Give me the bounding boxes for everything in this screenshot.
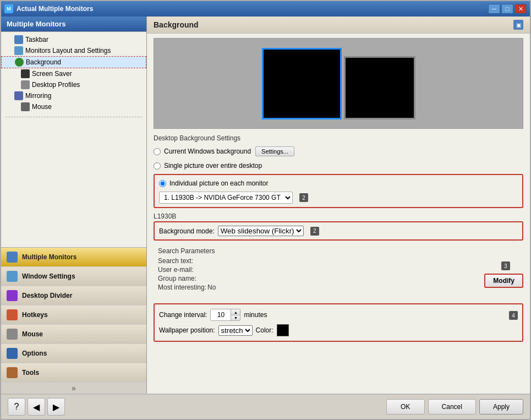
nav-mouse[interactable]: Mouse — [1, 325, 146, 344]
mode-label: Background mode: — [159, 227, 215, 235]
apply-button[interactable]: Apply — [479, 399, 523, 414]
main-window: M Actual Multiple Monitors ─ □ ✕ Multipl… — [0, 0, 531, 420]
nav-label-multiple-monitors: Multiple Monitors — [22, 253, 76, 261]
ok-button[interactable]: OK — [386, 399, 425, 414]
badge-3: 3 — [501, 261, 510, 270]
bottom-nav: Multiple Monitors Window Settings Deskto… — [1, 247, 146, 394]
individual-picture-box: Individual picture on each monitor 1. L1… — [154, 174, 523, 208]
badge-2b: 2 — [310, 227, 319, 236]
radio-row-single: Single picture over entire desktop — [154, 161, 523, 171]
change-interval-input[interactable] — [211, 309, 231, 320]
radio-individual-picture[interactable] — [159, 180, 166, 187]
window-title: Actual Multiple Monitors — [17, 5, 488, 13]
window-controls: ─ □ ✕ — [488, 4, 527, 14]
monitor-2-screen[interactable] — [344, 56, 415, 119]
nav-window-icon — [7, 271, 18, 282]
badge-2: 2 — [299, 193, 308, 202]
help-button[interactable]: ? — [8, 398, 25, 416]
radio-single-picture[interactable] — [154, 162, 161, 170]
close-button[interactable]: ✕ — [514, 4, 527, 14]
param-group-name: Group name: — [158, 275, 216, 282]
nav-tools[interactable]: Tools — [1, 363, 146, 383]
tree-item-background[interactable]: Background — [1, 56, 146, 68]
nav-label-options: Options — [22, 350, 47, 357]
mirroring-icon — [14, 91, 23, 100]
taskbar-icon — [14, 35, 23, 44]
spin-buttons: ▲ ▼ — [231, 309, 240, 320]
right-panel-title: Background — [154, 20, 199, 29]
nav-label-window-settings: Window Settings — [22, 272, 75, 280]
change-interval-input-group: ▲ ▼ — [210, 309, 240, 321]
modify-section: 3 Modify — [484, 245, 523, 288]
param-most-interesting: Most interesting: No — [158, 283, 216, 291]
settings-button[interactable]: Settings... — [255, 146, 294, 156]
color-swatch[interactable] — [277, 324, 289, 336]
nav-monitors-icon — [7, 252, 18, 263]
back-button[interactable]: ◀ — [28, 398, 45, 416]
mode-dropdown[interactable]: Web slideshow (Flickr) Solid color Pictu… — [218, 226, 304, 236]
spin-up-button[interactable]: ▲ — [231, 309, 240, 315]
modify-button[interactable]: Modify — [484, 274, 523, 288]
label-single-picture: Single picture over entire desktop — [164, 162, 262, 170]
modify-area: Search Parameters Search text: User e-ma… — [154, 245, 523, 299]
bottom-right-buttons: OK Cancel Apply — [386, 399, 523, 414]
monitor-name-label: L1930B — [154, 212, 523, 220]
screen-saver-icon — [21, 69, 30, 78]
cancel-button[interactable]: Cancel — [428, 399, 476, 414]
mode-row: Background mode: Web slideshow (Flickr) … — [159, 226, 518, 236]
param-search-text: Search text: — [158, 257, 216, 265]
monitor-1-screen[interactable] — [262, 48, 342, 119]
monitors-layout-icon — [14, 46, 23, 55]
monitor-dropdown[interactable]: 1. L1930B -> NVIDIA GeForce 7300 GT — [159, 192, 293, 204]
maximize-button[interactable]: □ — [501, 4, 513, 14]
tree-label-mirroring: Mirroring — [25, 92, 51, 100]
nav-mouse-icon — [7, 329, 18, 340]
nav-desktop-divider[interactable]: Desktop Divider — [1, 286, 146, 306]
forward-button[interactable]: ▶ — [47, 398, 65, 416]
color-label: Color: — [256, 326, 273, 334]
nav-label-tools: Tools — [22, 369, 39, 377]
label-current-win-bg: Current Windows background — [164, 148, 251, 155]
spin-down-button[interactable]: ▼ — [231, 315, 240, 320]
tree-item-desktop-profiles[interactable]: Desktop Profiles — [1, 79, 146, 90]
interval-content: Change interval: ▲ ▼ minutes — [159, 309, 289, 336]
app-icon: M — [4, 4, 13, 13]
tree-item-mouse[interactable]: Mouse — [1, 101, 146, 112]
interval-box: Change interval: ▲ ▼ minutes — [154, 303, 523, 342]
nav-label-hotkeys: Hotkeys — [22, 311, 48, 319]
desktop-profiles-icon — [21, 80, 30, 89]
tree-label-desktop-profiles: Desktop Profiles — [32, 81, 80, 89]
nav-options[interactable]: Options — [1, 344, 146, 363]
minimize-button[interactable]: ─ — [488, 4, 500, 14]
nav-hotkeys[interactable]: Hotkeys — [1, 306, 146, 325]
nav-divider-icon — [7, 290, 18, 301]
search-text-label: Search text: — [158, 257, 207, 265]
param-user-email: User e-mail: — [158, 266, 216, 274]
nav-label-mouse: Mouse — [22, 330, 43, 338]
tree-item-monitors-layout[interactable]: Monitors Layout and Settings — [1, 45, 146, 56]
nav-tools-icon — [7, 367, 18, 378]
nav-expand[interactable]: » — [1, 383, 146, 394]
label-individual-picture: Individual picture on each monitor — [169, 179, 268, 187]
radio-row-individual: Individual picture on each monitor — [159, 178, 518, 188]
left-panel: Multiple Monitors Taskbar Monitors Layou… — [1, 17, 147, 394]
tree-label-mouse: Mouse — [32, 103, 52, 111]
radio-current-win-bg[interactable] — [154, 148, 161, 155]
most-interesting-value: No — [207, 283, 216, 291]
tree-label-taskbar: Taskbar — [25, 36, 48, 43]
tree-item-mirroring[interactable]: Mirroring — [1, 90, 146, 101]
tree-item-taskbar[interactable]: Taskbar — [1, 34, 146, 45]
radio-row-current: Current Windows background Settings... — [154, 145, 523, 157]
search-params-title: Search Parameters — [158, 247, 216, 255]
group-name-label: Group name: — [158, 275, 207, 282]
section-label: Desktop Background Settings — [154, 134, 523, 142]
nav-multiple-monitors[interactable]: Multiple Monitors — [1, 248, 146, 267]
bottom-bar: ? ◀ ▶ OK Cancel Apply — [1, 394, 530, 419]
tree-area: Taskbar Monitors Layout and Settings Bac… — [1, 32, 146, 247]
nav-options-icon — [7, 348, 18, 359]
expand-icon: » — [72, 384, 76, 392]
left-panel-header: Multiple Monitors — [1, 17, 146, 32]
nav-window-settings[interactable]: Window Settings — [1, 267, 146, 286]
tree-item-screen-saver[interactable]: Screen Saver — [1, 68, 146, 79]
wallpaper-position-dropdown[interactable]: stretch center tile fit fill — [218, 325, 253, 336]
